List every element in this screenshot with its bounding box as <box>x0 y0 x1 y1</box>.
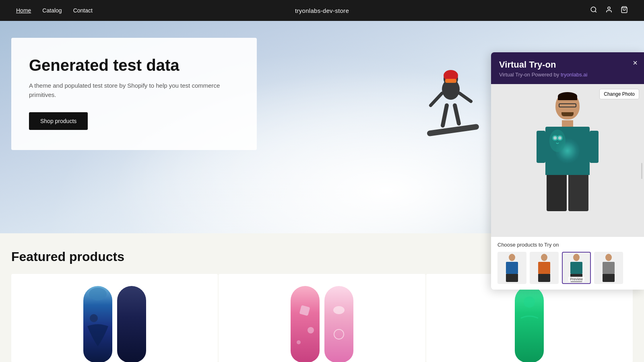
tryon-product-thumb-3[interactable]: Preview <box>562 252 591 284</box>
brand-name: tryonlabs-dev-store <box>295 7 349 14</box>
preview-label: Preview <box>568 277 584 282</box>
svg-point-20 <box>553 136 557 140</box>
svg-point-12 <box>308 327 314 333</box>
model-neck <box>562 120 573 127</box>
svg-point-15 <box>334 329 344 339</box>
tryon-brand-link[interactable]: tryonlabs.ai <box>561 72 587 78</box>
svg-point-10 <box>90 314 98 322</box>
shop-products-button[interactable]: Shop products <box>29 112 88 130</box>
tryon-title: Virtual Try-on <box>499 60 636 70</box>
snowboard-green <box>515 286 544 362</box>
tryon-panel: Virtual Try-on Virtual Try-on Powered by… <box>491 52 644 290</box>
model-arm-right <box>590 131 599 163</box>
cart-icon[interactable] <box>621 6 628 15</box>
svg-rect-11 <box>299 305 310 316</box>
account-icon[interactable] <box>605 6 613 15</box>
navigation: Home Catalog Contact tryonlabs-dev-store <box>0 0 644 21</box>
thumb-head-1 <box>509 254 515 261</box>
snowboard-darkblue <box>117 286 146 362</box>
model-leg-left <box>547 175 567 211</box>
tryon-product-thumb-4[interactable] <box>594 252 623 284</box>
svg-point-13 <box>297 340 301 344</box>
model-shirt <box>545 127 590 175</box>
thumb-shirt-1 <box>506 262 518 274</box>
tryon-products-row: Preview <box>497 252 638 284</box>
snowboard-blue <box>83 286 112 362</box>
thumb-model-4 <box>595 253 622 283</box>
tryon-close-button[interactable]: × <box>633 59 638 67</box>
thumb-pants-1 <box>506 274 518 282</box>
model-beard <box>561 112 574 116</box>
thumb-figure-2 <box>535 254 553 282</box>
tryon-products-label: Choose products to Try on <box>497 242 638 248</box>
svg-point-9 <box>89 288 107 300</box>
thumb-pants-4 <box>603 274 615 282</box>
snowboard-group-1 <box>83 274 146 362</box>
nav-links: Home Catalog Contact <box>16 7 93 14</box>
model-leg-right <box>568 175 588 211</box>
hero-title: Generated test data <box>29 56 237 75</box>
nav-contact[interactable]: Contact <box>73 7 93 14</box>
product-card-2[interactable] <box>219 274 425 362</box>
tryon-body: Change Photo <box>491 84 644 290</box>
search-icon[interactable] <box>590 6 597 15</box>
model-lower-body <box>547 175 588 211</box>
thumb-figure-4 <box>600 254 617 282</box>
svg-point-0 <box>591 7 596 12</box>
svg-point-17 <box>549 130 566 152</box>
svg-point-14 <box>333 306 345 314</box>
tryon-products-section: Choose products to Try on <box>491 237 644 290</box>
snowboard-lightpink <box>324 286 353 362</box>
svg-point-21 <box>558 136 561 140</box>
tryon-subtitle: Virtual Try-on Powered by tryonlabs.ai <box>499 72 636 78</box>
svg-point-2 <box>608 7 610 9</box>
hero-card: Generated test data A theme and populate… <box>11 38 257 150</box>
thumb-model-3: Preview <box>563 253 590 283</box>
change-photo-button[interactable]: Change Photo <box>599 89 639 99</box>
thumb-shirt-2 <box>538 262 550 274</box>
svg-line-1 <box>595 11 596 12</box>
model-head <box>555 92 580 119</box>
nav-catalog[interactable]: Catalog <box>42 7 62 14</box>
product-card-1[interactable] <box>11 274 218 362</box>
thumb-head-3 <box>573 254 580 261</box>
hero-subtitle: A theme and populated test store by Shop… <box>29 81 237 99</box>
scroll-indicator <box>641 163 642 179</box>
thumb-shirt-4 <box>603 262 615 274</box>
model-figure <box>531 92 604 229</box>
thumb-head-2 <box>541 254 547 261</box>
nav-icon-group <box>590 6 628 15</box>
model-shirt-design <box>555 137 580 165</box>
snowboard-pink <box>291 286 320 362</box>
thumb-figure-1 <box>503 254 521 282</box>
thumb-pants-2 <box>538 274 550 282</box>
thumb-model-1 <box>498 253 526 283</box>
tryon-product-thumb-2[interactable] <box>530 252 559 284</box>
model-arm-left <box>537 131 545 163</box>
tryon-model-view: Change Photo <box>491 84 644 237</box>
thumb-shirt-3 <box>570 262 582 274</box>
tryon-product-thumb-1[interactable] <box>497 252 526 284</box>
svg-point-16 <box>524 296 535 308</box>
model-glasses <box>559 103 576 107</box>
thumb-head-4 <box>605 254 612 261</box>
thumb-model-2 <box>530 253 558 283</box>
tryon-header: Virtual Try-on Virtual Try-on Powered by… <box>491 52 644 84</box>
nav-home[interactable]: Home <box>16 7 31 14</box>
snowboard-group-2 <box>291 274 353 362</box>
